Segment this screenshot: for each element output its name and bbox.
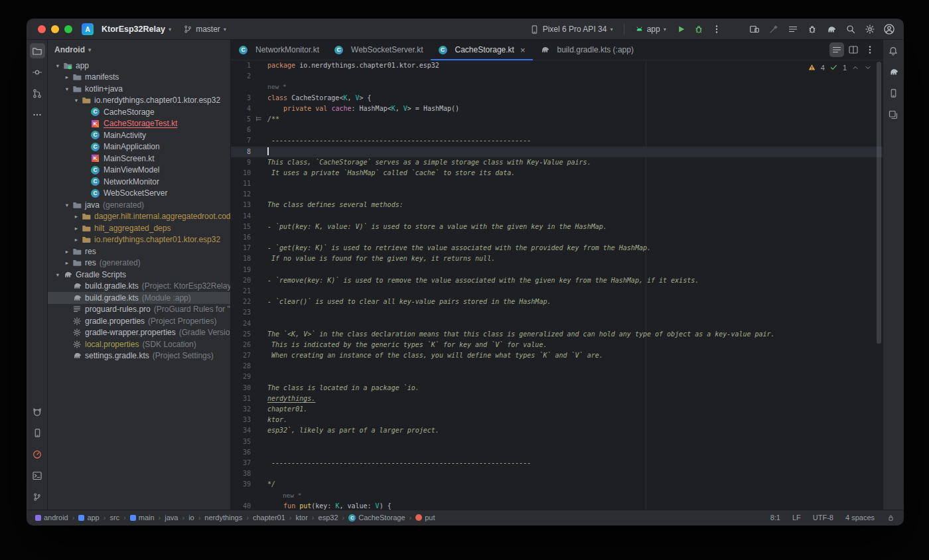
tree-item-res[interactable]: ▸res (generated) <box>48 257 230 269</box>
code-line[interactable]: 1package io.nerdythings.chapter01.ktor.e… <box>231 60 883 71</box>
breadcrumb-cachestorage[interactable]: CCacheStorage <box>348 514 405 522</box>
editor-options-icon[interactable] <box>863 42 877 57</box>
breadcrumb-chapter01[interactable]: chapter01 <box>253 514 285 522</box>
code-line[interactable]: 19 <box>231 265 883 275</box>
tree-item-mainactivity[interactable]: CMainActivity <box>48 129 230 141</box>
terminal-tool-icon[interactable] <box>30 468 45 483</box>
line-separator[interactable]: LF <box>792 514 801 522</box>
inspection-widget[interactable]: 4 1 <box>808 63 872 72</box>
tree-item-proguard-rules-pro[interactable]: proguard-rules.pro (ProGuard Rules for "… <box>48 304 230 316</box>
minimize-window-button[interactable] <box>51 25 59 33</box>
project-selector[interactable]: KtorEsp32Relay ▾ <box>98 23 175 36</box>
breadcrumb-main[interactable]: main <box>130 514 155 522</box>
user-avatar-icon[interactable] <box>881 22 896 37</box>
tab-cachestorage-kt[interactable]: CCacheStorage.kt× <box>431 40 533 60</box>
tree-item-kotlin-java[interactable]: ▾kotlin+java <box>48 83 230 95</box>
tree-item-dagger-hilt-internal-aggregatedroot-codegen[interactable]: ▸dagger.hilt.internal.aggregatedroot.cod… <box>48 211 230 223</box>
tree-item-manifests[interactable]: ▸manifests <box>48 72 230 84</box>
code-line[interactable]: 34esp32`, likely as part of a larger pro… <box>231 425 883 436</box>
tree-item-java[interactable]: ▾java (generated) <box>48 199 230 211</box>
code-line[interactable]: 12 <box>231 189 883 200</box>
code-line[interactable]: 7 --------------------------------------… <box>231 135 883 146</box>
file-encoding[interactable]: UTF-8 <box>813 514 833 522</box>
tree-item-settings-gradle-kts[interactable]: settings.gradle.kts (Project Settings) <box>48 350 230 362</box>
tree-item-app[interactable]: ▾app <box>48 60 230 72</box>
tab-networkmonitor-kt[interactable]: CNetworkMonitor.kt <box>231 40 326 60</box>
device-selector[interactable]: Pixel 6 Pro API 34 ▾ <box>526 23 617 36</box>
code-line[interactable]: 39*/ <box>231 479 883 490</box>
tree-item-cachestoragetest-kt[interactable]: KCacheStorageTest.kt <box>48 118 230 130</box>
settings-icon[interactable] <box>862 22 877 37</box>
tab-build-gradle-kts-app-[interactable]: build.gradle.kts (:app) <box>533 40 641 60</box>
breadcrumb-app[interactable]: app <box>78 514 99 522</box>
chevron-expanded-icon[interactable]: ▾ <box>72 97 81 104</box>
code-line[interactable]: 6 <box>231 125 883 135</box>
code-line[interactable]: 5/** <box>231 114 883 125</box>
code-line[interactable]: 8 <box>231 147 883 157</box>
gradle-sync-icon[interactable] <box>823 22 839 37</box>
project-view-header[interactable]: Android ▾ <box>48 40 230 60</box>
tab-websocketserver-kt[interactable]: CWebSocketServer.kt <box>326 40 431 60</box>
tree-item-build-gradle-kts[interactable]: build.gradle.kts (Project: KtorEsp32Rela… <box>48 281 230 293</box>
chevron-collapsed-icon[interactable]: ▸ <box>72 225 81 232</box>
tree-item-mainscreen-kt[interactable]: KMainScreen.kt <box>48 153 230 165</box>
code-line[interactable]: 37 -------------------------------------… <box>231 458 883 468</box>
tree-item-mainapplication[interactable]: CMainApplication <box>48 141 230 153</box>
project-tool-icon[interactable] <box>30 43 45 58</box>
breadcrumb-java[interactable]: java <box>165 514 178 522</box>
editor-scrollbar[interactable] <box>877 62 881 344</box>
code-line[interactable]: 31nerdythings. <box>231 393 883 404</box>
breadcrumb-src[interactable]: src <box>109 514 119 522</box>
previous-problem-icon[interactable] <box>851 64 859 72</box>
tree-item-gradle-wrapper-properties[interactable]: gradle-wrapper.properties (Gradle Versio… <box>48 327 230 339</box>
code-line[interactable]: 36 <box>231 447 883 458</box>
chevron-expanded-icon[interactable]: ▾ <box>53 62 62 69</box>
code-line[interactable]: 9This class, `CacheStorage` serves as a … <box>231 157 883 168</box>
code-line[interactable]: 15- `put(key: K, value: V)` is used to s… <box>231 222 883 232</box>
code-line[interactable]: 27 When creating an instance of the clas… <box>231 350 883 361</box>
tree-item-io-nerdythings-chapter01-ktor-esp32[interactable]: ▸io.nerdythings.chapter01.ktor.esp32 <box>48 234 230 246</box>
tree-item-res[interactable]: ▸res <box>48 245 230 257</box>
device-explorer-tool-icon[interactable] <box>886 86 901 101</box>
code-line[interactable]: 33ktor. <box>231 415 883 425</box>
code-line[interactable]: 38 <box>231 468 883 479</box>
run-button[interactable] <box>673 22 688 37</box>
code-line[interactable]: 16 <box>231 232 883 243</box>
tree-item-local-properties[interactable]: local.properties (SDK Location) <box>48 338 230 350</box>
chevron-collapsed-icon[interactable]: ▸ <box>62 259 72 266</box>
run-configuration-selector[interactable]: app ▾ <box>631 23 670 36</box>
breadcrumb-android[interactable]: android <box>35 514 68 522</box>
code-line[interactable]: 10 It uses a private `HashMap` called `c… <box>231 168 883 178</box>
tree-item-websocketserver[interactable]: CWebSocketServer <box>48 188 230 200</box>
chevron-expanded-icon[interactable]: ▾ <box>62 202 72 208</box>
code-line[interactable]: 22- `clear()` is used to clear all key-v… <box>231 297 883 307</box>
more-tool-windows-icon[interactable] <box>30 107 45 122</box>
breadcrumb-put[interactable]: put <box>415 514 435 522</box>
gradle-tool-icon[interactable] <box>886 64 901 80</box>
code-line[interactable]: 3class CacheStorage<K, V> { <box>231 93 883 104</box>
breadcrumb-io[interactable]: io <box>188 514 194 522</box>
notifications-tool-icon[interactable] <box>886 43 901 58</box>
code-line[interactable]: 35 <box>231 437 883 447</box>
caret-position[interactable]: 8:1 <box>770 514 780 522</box>
tree-item-mainviewmodel[interactable]: CMainViewModel <box>48 165 230 176</box>
debug-button[interactable] <box>691 22 706 37</box>
branch-selector[interactable]: master ▾ <box>179 23 230 36</box>
tab-list-icon[interactable] <box>829 42 844 57</box>
breadcrumb-ktor[interactable]: ktor <box>296 514 308 522</box>
code-line[interactable]: 4 private val cache: HashMap<K, V> = Has… <box>231 104 883 114</box>
chevron-collapsed-icon[interactable]: ▸ <box>62 74 72 80</box>
code-line[interactable]: 26 This is indicated by the generic type… <box>231 340 883 350</box>
code-line[interactable]: 17- `get(key: K)` is used to retrieve th… <box>231 243 883 253</box>
tree-item-gradle-scripts[interactable]: ▾Gradle Scripts <box>48 269 230 281</box>
code-line[interactable]: 40 fun put(key: K, value: V) { <box>231 501 883 510</box>
inlay-hint-row[interactable]: new * <box>231 490 883 501</box>
logcat-tool-icon[interactable] <box>30 404 45 419</box>
code-line[interactable]: 30The class is located in a package `io. <box>231 383 883 393</box>
code-line[interactable]: 23 <box>231 307 883 318</box>
chevron-collapsed-icon[interactable]: ▸ <box>62 248 72 255</box>
chevron-expanded-icon[interactable]: ▾ <box>62 86 72 92</box>
code-line[interactable]: 25The `<K, V>` in the class declaration … <box>231 329 883 340</box>
next-problem-icon[interactable] <box>864 64 872 72</box>
code-line[interactable]: 11 <box>231 178 883 189</box>
